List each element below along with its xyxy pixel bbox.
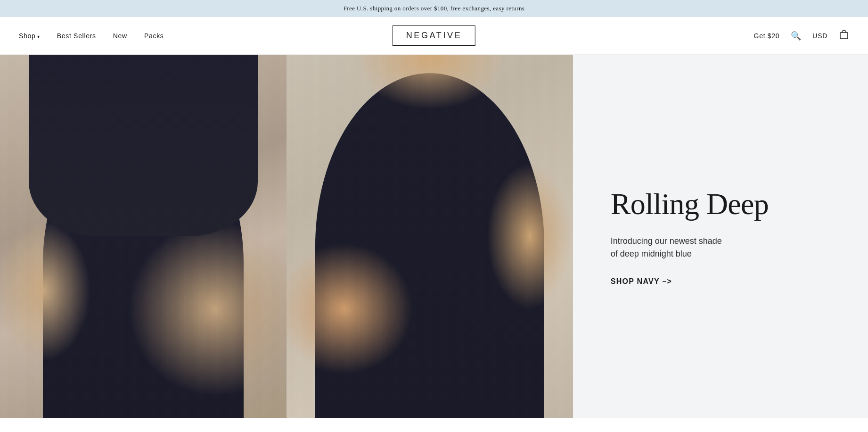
nav-item-shop[interactable]: Shop (19, 32, 40, 40)
cart-icon[interactable] (839, 29, 849, 42)
svg-rect-0 (840, 33, 848, 39)
hero-images (0, 55, 573, 418)
nav-left: Shop Best Sellers New Packs (19, 32, 164, 40)
hero-cta-button[interactable]: SHOP NAVY –> (611, 277, 840, 286)
nav-center: NEGATIVE (393, 25, 475, 46)
nav-item-best-sellers[interactable]: Best Sellers (57, 32, 96, 40)
hero-text-panel: Rolling Deep Introducing our newest shad… (573, 55, 868, 418)
announcement-text: Free U.S. shipping on orders over $100, … (344, 5, 525, 12)
nav-item-packs[interactable]: Packs (144, 32, 164, 40)
currency-selector[interactable]: USD (812, 32, 827, 40)
announcement-bar: Free U.S. shipping on orders over $100, … (0, 0, 868, 17)
nav-item-new[interactable]: New (113, 32, 127, 40)
hero-image-right (287, 55, 573, 418)
brand-logo[interactable]: NEGATIVE (393, 25, 475, 46)
navbar: Shop Best Sellers New Packs NEGATIVE Get… (0, 17, 868, 55)
hero-section: Rolling Deep Introducing our newest shad… (0, 55, 868, 418)
hero-image-left (0, 55, 287, 418)
search-icon[interactable]: 🔍 (791, 31, 801, 41)
nav-right: Get $20 🔍 USD (754, 29, 849, 42)
hero-subtext: Introducing our newest shadeof deep midn… (611, 235, 840, 260)
get-money-link[interactable]: Get $20 (754, 32, 780, 40)
hero-headline: Rolling Deep (611, 187, 840, 222)
